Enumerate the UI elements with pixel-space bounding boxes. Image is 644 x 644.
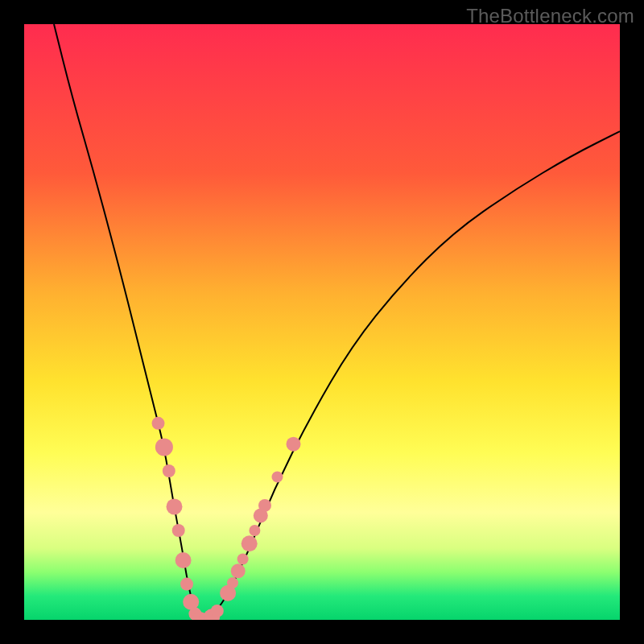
chart-svg <box>24 24 620 620</box>
marker-dot <box>180 578 193 591</box>
marker-group <box>152 417 301 620</box>
marker-dot <box>242 535 258 551</box>
marker-dot <box>211 605 224 617</box>
marker-dot <box>227 577 238 588</box>
marker-dot <box>183 594 199 610</box>
marker-dot <box>258 499 271 512</box>
bottleneck-curve <box>54 24 620 617</box>
marker-dot <box>172 524 185 537</box>
chart-frame: TheBottleneck.com <box>0 0 644 644</box>
marker-dot <box>155 438 173 456</box>
marker-dot <box>287 437 301 452</box>
marker-dot <box>249 525 260 536</box>
marker-dot <box>152 417 165 430</box>
chart-plot-area <box>24 24 620 620</box>
marker-dot <box>175 552 192 568</box>
marker-dot <box>163 464 175 477</box>
marker-dot <box>231 564 246 578</box>
marker-dot <box>237 554 249 565</box>
marker-dot <box>272 471 283 482</box>
marker-dot <box>167 498 183 514</box>
